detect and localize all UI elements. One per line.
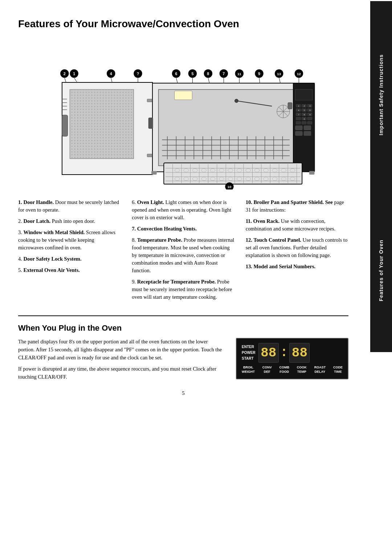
feature-2: 2. Door Latch. Push into open door. [18, 217, 121, 225]
plug-paragraph-2: If power is disrupted at any time, the a… [18, 365, 225, 381]
features-col2: 6. Oven Light. Light comes on when door … [132, 199, 234, 305]
label-temp: TEMP [297, 370, 306, 374]
label-comb-food: COMB FOOD [279, 366, 290, 374]
svg-text:1: 1 [73, 72, 75, 76]
svg-text:8: 8 [304, 114, 305, 116]
svg-text:8: 8 [207, 72, 209, 76]
digit-block-1: 88 [258, 343, 279, 363]
svg-rect-95 [295, 131, 303, 136]
svg-rect-37 [159, 90, 293, 166]
plug-paragraph-1: The panel displays four 8's on the upper… [18, 338, 225, 362]
sidebar-bottom-label: Features of Your Oven [378, 240, 384, 301]
svg-text:11: 11 [237, 72, 241, 76]
display-bottom-labels: BROIL WEIGHT CONV DEF COMB FOOD COOK TEM… [242, 366, 343, 374]
svg-rect-150 [147, 99, 152, 102]
feature-12: 12. Touch Control Panel. Use touch contr… [246, 236, 348, 259]
label-roast-delay: ROAST DELAY [314, 366, 326, 374]
features-grid: 1. Door Handle. Door must be securely la… [18, 199, 348, 305]
svg-rect-42 [62, 115, 68, 136]
display-labels: ENTER POWER START [242, 344, 256, 362]
feature-1: 1. Door Handle. Door must be securely la… [18, 199, 121, 214]
control-panel-display: ENTER POWER START 88 : 88 BROIL WEIGHT [236, 338, 348, 379]
display-top-row: ENTER POWER START 88 : 88 [242, 343, 343, 363]
svg-text:13: 13 [277, 72, 281, 76]
page-number: 5 [18, 390, 348, 396]
feature-9: 9. Receptacle for Temperature Probe. Pro… [132, 278, 234, 301]
feature-11: 11. Oven Rack. Use with convection, comb… [246, 217, 348, 233]
features-col1: 1. Door Handle. Door must be securely la… [18, 199, 121, 305]
svg-text:4: 4 [110, 72, 112, 76]
label-roast: ROAST [314, 366, 326, 369]
label-food: FOOD [279, 370, 289, 374]
svg-text:6: 6 [310, 110, 311, 111]
svg-text:9: 9 [310, 114, 311, 116]
svg-text:1: 1 [298, 105, 299, 107]
feature-8: 8. Temperature Probe. Probe measures int… [132, 236, 234, 274]
label-cook: COOK [297, 366, 307, 369]
svg-rect-98 [309, 171, 315, 175]
svg-text:2: 2 [64, 72, 66, 76]
digit-block-2: 88 [289, 343, 310, 363]
label-code: CODE [333, 366, 343, 369]
colon-separator: : [280, 346, 288, 359]
svg-rect-77 [296, 117, 301, 120]
svg-rect-94 [304, 126, 311, 130]
sidebar-tab-top: Important Safety Instructions [370, 0, 392, 189]
oven-svg: 2 1 4 ? 6 5 [42, 37, 325, 189]
label-time: TIME [334, 370, 342, 374]
page-title: Features of Your Microwave/Convection Ov… [18, 18, 348, 30]
svg-rect-93 [295, 126, 303, 130]
svg-text:4: 4 [298, 110, 299, 111]
svg-rect-81 [302, 121, 306, 124]
sidebar-tab-bottom: Features of Your Oven [370, 189, 392, 352]
label-broil: BROIL [243, 366, 253, 369]
plug-section-title: When You Plug in the Oven [18, 323, 348, 333]
section-divider [18, 315, 348, 316]
svg-rect-80 [296, 121, 301, 124]
sidebar-top-label: Important Safety Instructions [378, 54, 384, 135]
label-comb: COMB [279, 366, 290, 369]
svg-rect-79 [307, 117, 312, 120]
label-broil-weight: BROIL WEIGHT [242, 366, 255, 374]
plug-section-content: The panel displays four 8's on the upper… [18, 338, 348, 385]
feature-5: 5. External Oven Air Vents. [18, 266, 121, 274]
svg-text:2: 2 [304, 105, 305, 107]
svg-text:3: 3 [310, 105, 311, 107]
power-label: POWER [242, 350, 256, 356]
svg-text:?: ? [137, 72, 139, 76]
feature-7: 7. Convection Heating Vents. [132, 225, 234, 233]
feature-4: 4. Door Safety Lock System. [18, 255, 121, 263]
display-digits: 88 : 88 [258, 343, 310, 363]
feature-10: 10. Broiler Pan and Spatter Shield. See … [246, 199, 348, 214]
svg-text:7: 7 [298, 114, 299, 116]
svg-rect-67 [295, 90, 313, 100]
svg-point-63 [235, 99, 238, 103]
oven-diagram: 2 1 4 ? 6 5 [42, 37, 325, 189]
diagram-section: 2 1 4 ? 6 5 [18, 37, 348, 189]
enter-label: ENTER [242, 344, 256, 350]
feature-13: 13. Model and Serial Numbers. [246, 263, 348, 270]
svg-text:9: 9 [258, 72, 260, 76]
label-conv-def: CONV DEF [262, 366, 272, 374]
svg-text:7: 7 [222, 72, 225, 76]
svg-text:10: 10 [228, 185, 232, 189]
feature-3: 3. Window with Metal Shield. Screen allo… [18, 229, 121, 252]
svg-rect-97 [151, 171, 157, 175]
svg-text:12: 12 [297, 72, 301, 76]
start-label: START [242, 356, 256, 362]
svg-rect-96 [304, 131, 311, 136]
label-delay: DELAY [315, 370, 326, 374]
features-col3: 10. Broiler Pan and Spatter Shield. See … [246, 199, 348, 305]
svg-rect-65 [175, 91, 192, 99]
svg-rect-82 [307, 121, 312, 124]
svg-text:6: 6 [175, 72, 177, 76]
label-cook-temp: COOK TEMP [297, 366, 307, 374]
label-def: DEF [264, 370, 270, 374]
label-code-time: CODE TIME [333, 366, 343, 374]
svg-text:5: 5 [304, 110, 305, 111]
svg-text:0: 0 [304, 118, 305, 120]
svg-text:5: 5 [191, 72, 193, 76]
svg-rect-41 [70, 90, 134, 159]
feature-6: 6. Oven Light. Light comes on when door … [132, 199, 234, 221]
label-weight: WEIGHT [242, 370, 255, 374]
